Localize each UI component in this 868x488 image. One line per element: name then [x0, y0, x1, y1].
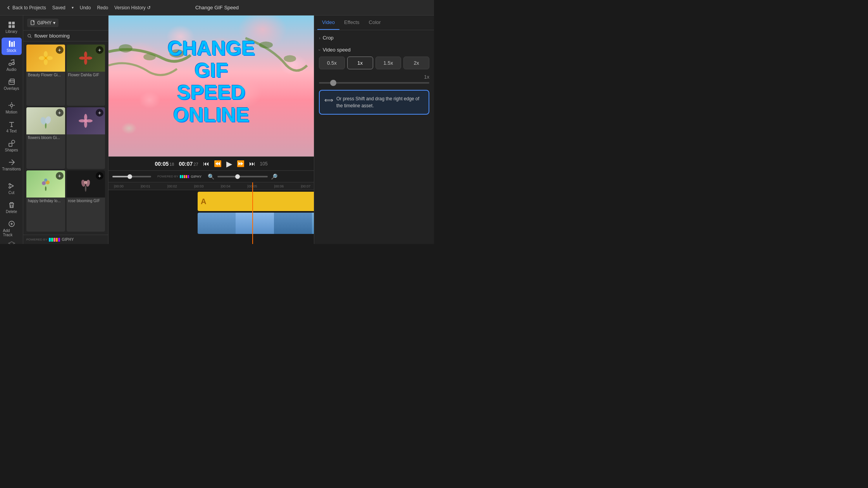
media-label-4 — [67, 134, 105, 137]
saved-dropdown[interactable]: ▾ — [72, 5, 74, 10]
svg-point-28 — [79, 57, 85, 60]
speed-tooltip: ⟺ Or press Shift and drag the right edge… — [319, 90, 429, 115]
zoom-in-button[interactable]: 🔎 — [271, 174, 277, 180]
timeline: |00:00 |00:01 |00:02 |00:03 |00:04 |00:0… — [108, 182, 314, 244]
current-time-display: 00:05 18 — [155, 161, 174, 167]
media-thumb-3[interactable]: + flowers bloom Gi... — [26, 107, 65, 168]
text-clip[interactable]: A — [198, 192, 314, 211]
back-button[interactable]: Back to Projects — [6, 5, 46, 10]
fast-forward-button[interactable]: ⏩ — [237, 160, 245, 167]
sidebar-item-cut[interactable]: Cut — [2, 180, 22, 197]
speed-btn-2x[interactable]: 2x — [403, 57, 429, 69]
strip-seg-2 — [236, 213, 274, 234]
project-title: Change GIF Speed — [195, 5, 239, 10]
add-media-5-icon[interactable]: + — [56, 172, 64, 180]
speed-slider-thumb[interactable] — [330, 80, 336, 86]
sidebar-label-shapes: Shapes — [5, 148, 18, 152]
media-source-label: GIPHY — [37, 20, 52, 26]
position-slider[interactable] — [112, 176, 151, 177]
media-panel: GIPHY ▾ + Beauty Flower Gi... + — [23, 15, 108, 244]
powered-by-label: POWERED BY — [26, 238, 47, 241]
timeline-ruler: |00:00 |00:01 |00:02 |00:03 |00:04 |00:0… — [108, 182, 314, 190]
skip-end-button[interactable]: ⏭ — [249, 160, 255, 167]
sidebar-label-audio: Audio — [7, 67, 17, 72]
giphy-logo — [49, 238, 60, 242]
svg-point-21 — [44, 59, 48, 65]
sidebar-item-shapes[interactable]: Shapes — [2, 137, 22, 155]
sidebar-item-delete[interactable]: Delete — [2, 199, 22, 216]
sidebar-label-delete: Delete — [6, 210, 17, 214]
svg-point-44 — [84, 181, 87, 184]
media-thumb-4[interactable]: + — [67, 107, 105, 168]
back-label: Back to Projects — [12, 5, 46, 10]
flower-icon-4 — [78, 113, 93, 129]
right-panel: Video Effects Color › Crop › Video speed — [314, 15, 434, 244]
svg-point-20 — [44, 51, 48, 57]
flower-icon-6 — [78, 176, 93, 192]
svg-rect-6 — [14, 41, 15, 47]
speed-slider[interactable] — [319, 82, 429, 84]
current-frames: 18 — [169, 162, 174, 167]
sidebar-label-text: 4 Text — [6, 129, 17, 133]
total-duration: 105 — [260, 161, 268, 167]
svg-rect-1 — [12, 22, 15, 24]
speed-btn-1x[interactable]: 1x — [347, 57, 373, 69]
file-icon — [30, 20, 36, 26]
version-history-button[interactable]: Version History ↺ — [114, 5, 151, 10]
sidebar-label-transitions: Transitions — [2, 167, 21, 171]
skip-start-button[interactable]: ⏮ — [203, 160, 209, 167]
redo-button[interactable]: Redo — [97, 5, 108, 10]
svg-point-13 — [12, 140, 15, 143]
zoom-thumb[interactable] — [235, 174, 240, 179]
center-area: CHANGE GIF SPEED ONLINE 00:05 18 00:07 2… — [108, 15, 314, 244]
media-thumb-6[interactable]: + rose blooming GIF — [67, 170, 105, 232]
svg-point-27 — [84, 58, 87, 65]
add-media-1-icon[interactable]: + — [56, 46, 64, 54]
speed-btn-1.5x[interactable]: 1.5x — [375, 57, 401, 69]
timeline-playhead[interactable] — [252, 182, 253, 244]
sidebar-item-text[interactable]: 4 Text — [2, 118, 22, 136]
media-thumb-2[interactable]: + Flower Dahlia GIF — [67, 45, 105, 106]
sidebar-item-library[interactable]: Library — [2, 19, 22, 36]
zoom-slider[interactable] — [217, 176, 268, 177]
speed-btn-0.5x[interactable]: 0.5x — [319, 57, 345, 69]
svg-point-37 — [45, 186, 46, 191]
video-clip[interactable] — [198, 213, 314, 234]
sidebar-item-transitions[interactable]: Transitions — [2, 156, 22, 174]
position-thumb[interactable] — [127, 174, 132, 179]
zoom-out-button[interactable]: 🔍 — [208, 174, 214, 180]
tab-effects[interactable]: Effects — [339, 15, 364, 30]
media-source-button[interactable]: GIPHY ▾ — [27, 19, 59, 27]
sidebar-item-add-track[interactable]: Add Track — [2, 218, 22, 239]
sidebar-item-audio[interactable]: Audio — [2, 57, 22, 74]
undo-button[interactable]: Undo — [80, 5, 91, 10]
ruler-mark-0: |00:00 — [114, 184, 124, 188]
video-speed-header[interactable]: › Video speed — [319, 47, 429, 53]
text-track: A — [108, 192, 314, 211]
tab-color[interactable]: Color — [364, 15, 386, 30]
tooltip-arrow-icon: ⟺ — [324, 96, 333, 105]
playback-controls: 00:05 18 00:07 27 ⏮ ⏪ ▶ ⏩ ⏭ 105 — [108, 156, 314, 170]
video-track — [108, 213, 314, 234]
tab-video[interactable]: Video — [317, 15, 339, 30]
crop-header[interactable]: › Crop — [319, 35, 429, 41]
video-speed-label: Video speed — [323, 47, 351, 53]
media-thumb-5[interactable]: + happy birthday lo... — [26, 170, 65, 232]
sidebar-label-add-track: Add Track — [3, 229, 20, 237]
media-thumb-1[interactable]: + Beauty Flower Gi... — [26, 45, 65, 106]
media-label-2: Flower Dahlia GIF — [67, 72, 105, 79]
strip-seg-3 — [274, 213, 312, 234]
add-media-6-icon[interactable]: + — [96, 172, 103, 180]
search-input[interactable] — [34, 33, 104, 39]
sidebar-item-motion[interactable]: Motion — [2, 99, 22, 117]
add-media-3-icon[interactable]: + — [56, 109, 64, 117]
play-pause-button[interactable]: ▶ — [226, 159, 232, 168]
text-clip-icon: A — [201, 197, 206, 206]
sidebar-item-overlays[interactable]: Overlays — [2, 76, 22, 93]
sidebar-item-stock[interactable]: Stock — [2, 38, 22, 55]
svg-rect-12 — [9, 143, 12, 146]
add-media-2-icon[interactable]: + — [96, 46, 103, 54]
ruler-mark-1: |00:01 — [141, 184, 150, 188]
giphy-text-inline: GIPHY — [191, 175, 202, 179]
rewind-button[interactable]: ⏪ — [214, 160, 222, 167]
